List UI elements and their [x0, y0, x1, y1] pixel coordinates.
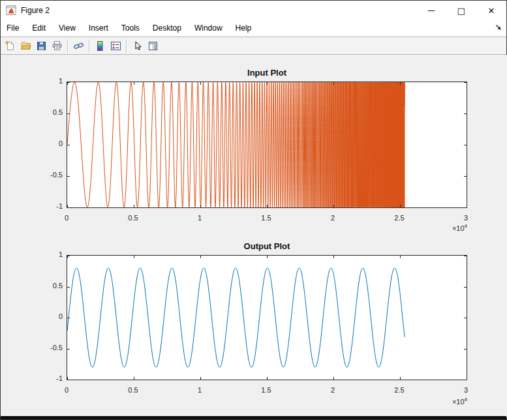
output-x-tick-label: 2.5 — [384, 386, 415, 394]
dock-figure-icon[interactable] — [495, 23, 502, 31]
menu-desktop[interactable]: Desktop — [146, 21, 188, 36]
input-plot-canvas[interactable] — [67, 82, 467, 207]
figure-canvas-area: Input Plot Output Plot ×104 ×104 00.511.… — [1, 55, 507, 417]
save-figure-button[interactable] — [33, 38, 49, 54]
toolbar-separator — [89, 40, 89, 53]
menubar: File Edit View Insert Tools Desktop Wind… — [1, 20, 506, 37]
menu-edit[interactable]: Edit — [25, 21, 52, 36]
toolbar-separator — [126, 40, 127, 53]
output-y-tick-label: 1 — [31, 250, 63, 258]
new-figure-button[interactable] — [2, 38, 18, 54]
link-plot-button[interactable] — [70, 38, 86, 54]
output-y-tick-label: -0.5 — [31, 344, 63, 352]
output-x-tick-label: 0.5 — [117, 386, 149, 394]
print-figure-button[interactable] — [49, 38, 65, 54]
input-y-tick-label: 1 — [31, 77, 63, 85]
output-x-tick-label: 2 — [317, 386, 348, 394]
property-inspector-button[interactable] — [145, 38, 161, 54]
printer-icon — [52, 40, 63, 52]
input-x-tick-label: 0 — [51, 214, 82, 222]
property-inspector-icon — [147, 40, 159, 52]
menu-help[interactable]: Help — [229, 21, 258, 36]
output-y-tick-label: 0 — [31, 312, 63, 320]
input-x-tick-label: 1.5 — [251, 214, 282, 222]
output-y-tick-label: 0.5 — [31, 282, 63, 290]
open-folder-icon — [20, 40, 31, 52]
pointer-arrow-icon — [132, 40, 143, 52]
input-x-tick-label: 1 — [184, 214, 215, 222]
insert-colorbar-button[interactable] — [92, 38, 108, 54]
input-y-tick-label: 0.5 — [31, 108, 63, 116]
input-y-tick-label: 0 — [31, 140, 63, 147]
edit-plot-button[interactable] — [129, 38, 145, 54]
menu-window[interactable]: Window — [188, 21, 229, 36]
open-file-button[interactable] — [18, 38, 33, 54]
input-x-tick-label: 2 — [317, 214, 348, 222]
maximize-button[interactable]: □ — [446, 1, 476, 20]
input-x-exponent: ×104 — [428, 223, 467, 232]
window-bottom-edge — [1, 416, 506, 419]
output-plot-axes — [67, 255, 467, 380]
matlab-figure-icon — [6, 5, 16, 16]
figure-window: Figure 2 — □ ✕ File Edit View Insert Too… — [0, 0, 507, 420]
output-y-tick-label: -1 — [31, 374, 63, 382]
input-x-tick-label: 3 — [450, 214, 482, 222]
minimize-button[interactable]: — — [416, 1, 446, 20]
toolbar-separator — [67, 40, 68, 53]
titlebar[interactable]: Figure 2 — □ ✕ — [1, 1, 506, 20]
input-plot-title: Input Plot — [67, 68, 467, 78]
save-floppy-icon — [36, 40, 47, 52]
window-controls: — □ ✕ — [416, 1, 506, 20]
chain-link-icon — [73, 40, 84, 52]
output-x-exponent: ×104 — [428, 397, 467, 406]
new-figure-icon — [5, 40, 16, 52]
menu-file[interactable]: File — [1, 21, 25, 36]
output-x-tick-label: 3 — [450, 386, 482, 394]
menu-view[interactable]: View — [52, 21, 82, 36]
legend-icon — [110, 40, 121, 52]
colorbar-icon — [95, 40, 106, 52]
input-x-tick-label: 0.5 — [117, 214, 149, 222]
menu-insert[interactable]: Insert — [82, 21, 115, 36]
output-x-tick-label: 1.5 — [251, 386, 282, 394]
input-x-tick-label: 2.5 — [384, 214, 415, 222]
output-x-tick-label: 0 — [51, 386, 82, 394]
output-plot-title: Output Plot — [67, 241, 467, 251]
insert-legend-button[interactable] — [108, 38, 123, 54]
input-plot-axes — [67, 82, 467, 208]
close-button[interactable]: ✕ — [476, 1, 506, 20]
figure-toolbar — [1, 38, 506, 55]
input-y-tick-label: -0.5 — [31, 171, 63, 179]
window-title: Figure 2 — [21, 6, 50, 15]
output-plot-canvas[interactable] — [67, 256, 467, 380]
input-y-tick-label: -1 — [31, 202, 63, 210]
output-x-tick-label: 1 — [184, 386, 215, 394]
menu-tools[interactable]: Tools — [115, 21, 146, 36]
